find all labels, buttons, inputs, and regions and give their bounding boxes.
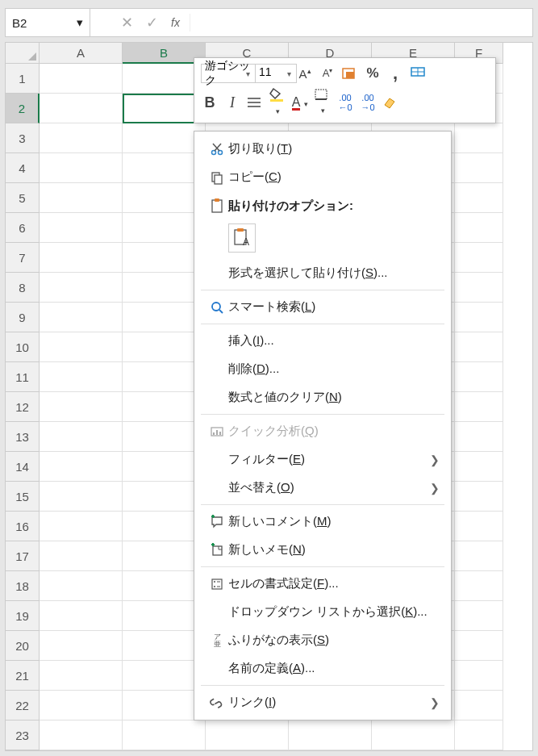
font-size-select[interactable]: 11 bbox=[255, 64, 297, 83]
menu-delete[interactable]: 削除(D)... bbox=[194, 355, 451, 383]
cell-A18[interactable] bbox=[40, 571, 123, 601]
cell-A7[interactable] bbox=[40, 243, 123, 273]
cell-B23[interactable] bbox=[123, 720, 206, 750]
row-header-2[interactable]: 2 bbox=[6, 94, 40, 123]
menu-filter[interactable]: フィルター(E) ❯ bbox=[194, 445, 451, 474]
menu-cut[interactable]: 切り取り(T) bbox=[194, 135, 451, 163]
cell-A17[interactable] bbox=[40, 541, 123, 571]
accounting-format-icon[interactable] bbox=[341, 66, 359, 81]
cell-F8[interactable] bbox=[455, 273, 503, 303]
row-header-9[interactable]: 9 bbox=[6, 303, 40, 332]
cell-A4[interactable] bbox=[40, 153, 123, 183]
row-header-17[interactable]: 17 bbox=[6, 541, 40, 571]
cell-F10[interactable] bbox=[455, 332, 503, 362]
comma-icon[interactable]: , bbox=[386, 63, 404, 84]
cell-F17[interactable] bbox=[455, 541, 503, 571]
fill-color-icon[interactable]: ▾ bbox=[269, 87, 286, 118]
cell-D23[interactable] bbox=[289, 720, 372, 750]
font-family-select[interactable]: 游ゴシック bbox=[201, 64, 256, 83]
cell-F18[interactable] bbox=[455, 571, 503, 601]
cell-F22[interactable] bbox=[455, 691, 503, 720]
cell-F13[interactable] bbox=[455, 422, 503, 452]
cell-A5[interactable] bbox=[40, 183, 123, 213]
italic-icon[interactable]: I bbox=[223, 94, 241, 111]
decrease-font-icon[interactable]: A▾ bbox=[319, 67, 336, 79]
menu-furigana[interactable]: ア亜 ふりがなの表示(S) bbox=[194, 626, 451, 654]
cell-F3[interactable] bbox=[455, 123, 503, 153]
borders-icon[interactable]: ▾ bbox=[314, 88, 332, 117]
cell-A12[interactable] bbox=[40, 392, 123, 422]
font-color-icon[interactable]: A ▾ bbox=[291, 94, 309, 111]
row-header-20[interactable]: 20 bbox=[6, 631, 40, 661]
cell-A22[interactable] bbox=[40, 691, 123, 720]
format-painter-icon[interactable] bbox=[409, 66, 427, 81]
row-header-4[interactable]: 4 bbox=[6, 153, 40, 183]
clear-format-icon[interactable] bbox=[382, 95, 399, 110]
cell-A2[interactable] bbox=[40, 94, 123, 123]
cell-F9[interactable] bbox=[455, 303, 503, 332]
cell-F11[interactable] bbox=[455, 362, 503, 392]
cell-F16[interactable] bbox=[455, 512, 503, 541]
cell-A6[interactable] bbox=[40, 213, 123, 243]
cell-A1[interactable] bbox=[40, 64, 123, 94]
menu-dropdown-pick[interactable]: ドロップダウン リストから選択(K)... bbox=[194, 598, 451, 626]
cell-F12[interactable] bbox=[455, 392, 503, 422]
row-header-6[interactable]: 6 bbox=[6, 213, 40, 243]
menu-define-name[interactable]: 名前の定義(A)... bbox=[194, 654, 451, 683]
name-box-dropdown-icon[interactable]: ▾ bbox=[77, 15, 83, 30]
cell-F21[interactable] bbox=[455, 661, 503, 691]
cell-E23[interactable] bbox=[372, 720, 455, 750]
cell-A13[interactable] bbox=[40, 422, 123, 452]
bold-icon[interactable]: B bbox=[201, 94, 219, 111]
name-box[interactable]: B2 ▾ bbox=[6, 9, 90, 36]
increase-font-icon[interactable]: A▴ bbox=[296, 67, 314, 81]
cell-A9[interactable] bbox=[40, 303, 123, 332]
row-header-8[interactable]: 8 bbox=[6, 273, 40, 303]
align-icon[interactable] bbox=[246, 96, 264, 109]
cell-A15[interactable] bbox=[40, 482, 123, 512]
row-header-7[interactable]: 7 bbox=[6, 243, 40, 273]
row-header-23[interactable]: 23 bbox=[6, 720, 40, 750]
cell-F15[interactable] bbox=[455, 482, 503, 512]
cell-F23[interactable] bbox=[455, 720, 503, 750]
col-header-A[interactable]: A bbox=[40, 43, 123, 64]
cell-A21[interactable] bbox=[40, 661, 123, 691]
row-header-14[interactable]: 14 bbox=[6, 452, 40, 482]
row-header-3[interactable]: 3 bbox=[6, 123, 40, 153]
row-header-18[interactable]: 18 bbox=[6, 571, 40, 601]
menu-insert[interactable]: 挿入(I)... bbox=[194, 327, 451, 355]
row-header-19[interactable]: 19 bbox=[6, 601, 40, 631]
cell-A14[interactable] bbox=[40, 452, 123, 482]
percent-icon[interactable]: % bbox=[364, 65, 382, 81]
menu-link[interactable]: リンク(I) ❯ bbox=[194, 688, 451, 716]
row-header-15[interactable]: 15 bbox=[6, 482, 40, 512]
menu-paste-special[interactable]: 形式を選択して貼り付け(S)... bbox=[194, 259, 451, 287]
cell-F20[interactable] bbox=[455, 631, 503, 661]
menu-new-note[interactable]: 新しいメモ(N) bbox=[194, 536, 451, 564]
cell-A11[interactable] bbox=[40, 362, 123, 392]
row-header-5[interactable]: 5 bbox=[6, 183, 40, 213]
menu-clear[interactable]: 数式と値のクリア(N) bbox=[194, 383, 451, 411]
cell-F19[interactable] bbox=[455, 601, 503, 631]
cell-A3[interactable] bbox=[40, 123, 123, 153]
cell-A10[interactable] bbox=[40, 332, 123, 362]
cell-A23[interactable] bbox=[40, 720, 123, 750]
cell-F7[interactable] bbox=[455, 243, 503, 273]
menu-copy[interactable]: コピー(C) bbox=[194, 163, 451, 191]
row-header-10[interactable]: 10 bbox=[6, 332, 40, 362]
cell-C23[interactable] bbox=[206, 720, 289, 750]
row-header-16[interactable]: 16 bbox=[6, 512, 40, 541]
row-header-22[interactable]: 22 bbox=[6, 691, 40, 720]
cell-A16[interactable] bbox=[40, 512, 123, 541]
row-header-1[interactable]: 1 bbox=[6, 64, 40, 94]
cell-A8[interactable] bbox=[40, 273, 123, 303]
menu-format-cells[interactable]: セルの書式設定(F)... bbox=[194, 570, 451, 598]
fx-label[interactable]: fx bbox=[171, 16, 180, 29]
cell-A19[interactable] bbox=[40, 601, 123, 631]
decrease-decimal-icon[interactable]: .00→0 bbox=[359, 93, 377, 112]
cell-F4[interactable] bbox=[455, 153, 503, 183]
row-header-21[interactable]: 21 bbox=[6, 661, 40, 691]
row-header-11[interactable]: 11 bbox=[6, 362, 40, 392]
menu-new-comment[interactable]: 新しいコメント(M) bbox=[194, 507, 451, 536]
increase-decimal-icon[interactable]: .00←0 bbox=[336, 93, 354, 112]
